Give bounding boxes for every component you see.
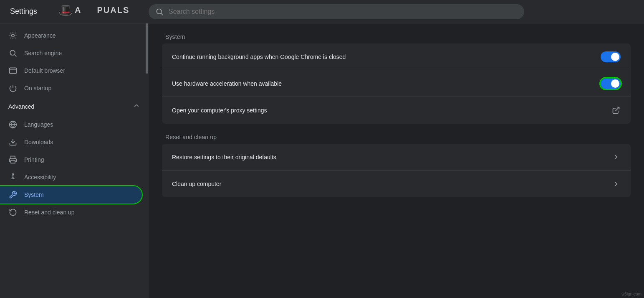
sidebar-item-on-startup-label: On startup (24, 85, 134, 92)
main-content: System Continue running background apps … (149, 23, 644, 298)
reset-card: Restore settings to their original defau… (162, 144, 631, 197)
sidebar: Appearance Search engine Default browser… (0, 23, 149, 298)
proxy-settings-label: Open your computer's proxy settings (172, 107, 611, 114)
background-apps-action[interactable] (601, 51, 621, 62)
sidebar-item-languages-label: Languages (24, 121, 134, 128)
header: Settings 🎩 A PUALS (0, 0, 644, 23)
hardware-acceleration-toggle-thumb (611, 79, 619, 88)
proxy-settings-action[interactable] (611, 106, 621, 115)
restore-settings-row[interactable]: Restore settings to their original defau… (162, 144, 631, 171)
logo-text: A PUALS (75, 5, 129, 15)
restore-settings-chevron-icon (611, 153, 621, 162)
svg-line-12 (615, 107, 619, 111)
sidebar-item-languages[interactable]: Languages (0, 116, 142, 133)
default-browser-icon (8, 66, 18, 75)
search-input[interactable] (169, 8, 518, 15)
on-startup-icon (8, 84, 18, 93)
cleanup-computer-chevron-icon (611, 179, 621, 188)
background-apps-toggle[interactable] (601, 51, 621, 62)
hardware-acceleration-toggle-track (601, 78, 621, 89)
sidebar-item-on-startup[interactable]: On startup (0, 79, 142, 97)
background-apps-toggle-track (601, 51, 621, 62)
hardware-acceleration-toggle[interactable] (601, 78, 621, 89)
svg-line-4 (15, 55, 17, 57)
svg-point-11 (12, 174, 13, 175)
search-bar[interactable] (149, 4, 524, 19)
sidebar-item-default-browser[interactable]: Default browser (0, 62, 142, 79)
sidebar-item-accessibility-label: Accessibility (24, 174, 134, 181)
logo-area: 🎩 A PUALS (58, 3, 129, 17)
sidebar-item-printing-label: Printing (24, 156, 134, 163)
languages-icon (8, 120, 18, 129)
sidebar-item-appearance-label: Appearance (24, 32, 134, 39)
scroll-thumb (146, 23, 148, 74)
sidebar-item-reset[interactable]: Reset and clean up (0, 204, 142, 221)
hardware-acceleration-row: Use hardware acceleration when available (162, 70, 631, 97)
sidebar-item-reset-label: Reset and clean up (24, 209, 134, 216)
sidebar-item-downloads[interactable]: Downloads (0, 133, 142, 151)
background-apps-label: Continue running background apps when Go… (172, 53, 601, 60)
advanced-section-title: Advanced (8, 103, 34, 110)
watermark: w5ign.com (621, 292, 641, 296)
restore-settings-label: Restore settings to their original defau… (172, 154, 611, 160)
logo-icon: 🎩 (58, 3, 73, 17)
restore-settings-action[interactable] (611, 153, 621, 162)
search-engine-icon (8, 48, 18, 58)
sidebar-item-printing[interactable]: Printing (0, 151, 142, 168)
hardware-acceleration-action[interactable] (601, 78, 621, 89)
background-apps-toggle-thumb (611, 53, 619, 61)
svg-point-2 (12, 34, 15, 37)
reset-icon (8, 208, 18, 217)
system-card: Continue running background apps when Go… (162, 43, 631, 124)
appearance-icon (8, 31, 18, 40)
external-link-icon (611, 106, 621, 115)
system-icon (8, 190, 18, 199)
reset-section-heading: Reset and clean up (162, 134, 631, 140)
cleanup-computer-action[interactable] (611, 179, 621, 188)
sidebar-item-search-engine[interactable]: Search engine (0, 44, 142, 62)
sidebar-item-downloads-label: Downloads (24, 139, 134, 145)
sidebar-item-search-engine-label: Search engine (24, 50, 134, 56)
svg-line-1 (161, 13, 163, 15)
svg-rect-5 (10, 68, 17, 73)
svg-point-0 (157, 9, 162, 14)
svg-rect-10 (11, 160, 15, 163)
system-section-heading: System (162, 33, 631, 40)
proxy-settings-row[interactable]: Open your computer's proxy settings (162, 97, 631, 124)
printing-icon (8, 155, 18, 164)
scroll-indicator (145, 23, 149, 298)
advanced-chevron-icon (133, 102, 140, 111)
sidebar-item-appearance[interactable]: Appearance (0, 27, 142, 44)
cleanup-computer-label: Clean up computer (172, 181, 611, 187)
advanced-section-header[interactable]: Advanced (0, 97, 149, 116)
cleanup-computer-row[interactable]: Clean up computer (162, 171, 631, 197)
hardware-acceleration-label: Use hardware acceleration when available (172, 80, 601, 87)
layout: Appearance Search engine Default browser… (0, 23, 644, 298)
sidebar-item-default-browser-label: Default browser (24, 67, 134, 74)
sidebar-item-system[interactable]: System (0, 186, 142, 204)
sidebar-item-accessibility[interactable]: Accessibility (0, 168, 142, 186)
background-apps-row: Continue running background apps when Go… (162, 43, 631, 70)
accessibility-icon (8, 173, 18, 182)
search-icon (155, 8, 164, 16)
svg-point-3 (10, 50, 15, 55)
sidebar-item-system-label: System (24, 191, 134, 198)
downloads-icon (8, 138, 18, 147)
